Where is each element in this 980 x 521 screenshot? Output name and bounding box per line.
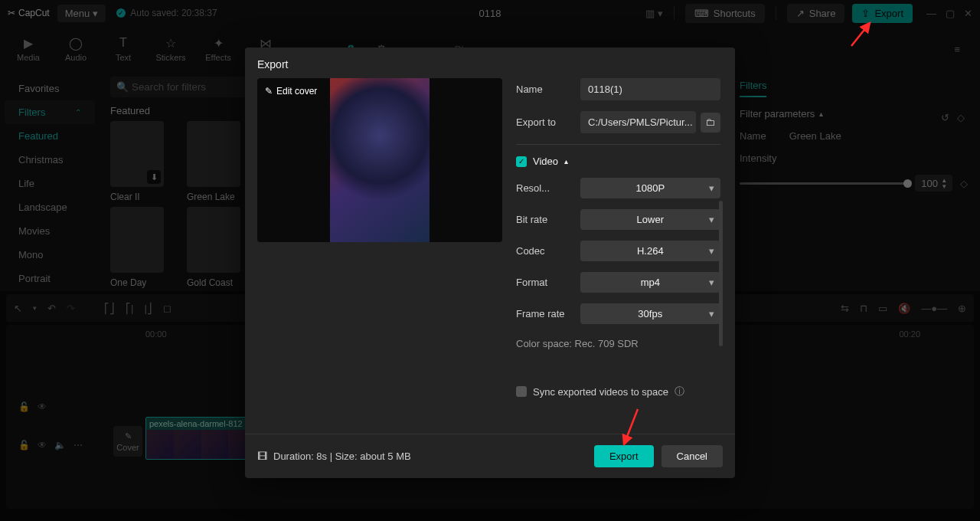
- export-confirm-button[interactable]: Export: [594, 445, 654, 467]
- chevron-down-icon: ▾: [709, 277, 714, 288]
- export-dialog: Export ✎ Edit cover Name 0118(1) Export …: [245, 48, 735, 478]
- chevron-up-icon: ▴: [564, 157, 568, 165]
- exportto-label: Export to: [516, 116, 580, 128]
- exportto-value: C:/Users/PMLS/Pictur...: [588, 116, 693, 128]
- bitrate-label: Bit rate: [516, 214, 580, 225]
- modal-scrollbar[interactable]: [719, 201, 723, 346]
- name-value: 0118(1): [588, 84, 622, 95]
- info-icon[interactable]: ⓘ: [675, 385, 684, 398]
- dialog-title: Export: [245, 48, 735, 78]
- codec-label: Codec: [516, 245, 580, 257]
- framerate-value: 30fps: [638, 308, 662, 319]
- bitrate-select[interactable]: Lower ▾: [580, 209, 720, 230]
- bitrate-value: Lower: [637, 214, 664, 225]
- colorspace-text: Color space: Rec. 709 SDR: [516, 338, 720, 349]
- framerate-label: Frame rate: [516, 308, 580, 319]
- codec-select[interactable]: H.264 ▾: [580, 241, 720, 261]
- cancel-button[interactable]: Cancel: [662, 445, 723, 467]
- chevron-down-icon: ▾: [709, 245, 714, 257]
- checkbox-icon[interactable]: ✓: [516, 156, 527, 167]
- cover-image: [330, 78, 430, 242]
- chevron-down-icon: ▾: [709, 214, 714, 225]
- format-label: Format: [516, 277, 580, 288]
- format-select[interactable]: mp4 ▾: [580, 272, 720, 293]
- chevron-down-icon: ▾: [709, 308, 714, 319]
- framerate-select[interactable]: 30fps ▾: [580, 303, 720, 324]
- chevron-down-icon: ▾: [709, 182, 714, 194]
- resolution-label: Resol...: [516, 182, 580, 194]
- sync-checkbox[interactable]: [516, 386, 527, 397]
- folder-icon[interactable]: 🗀: [701, 113, 720, 133]
- edit-cover-button[interactable]: ✎ Edit cover: [265, 86, 317, 97]
- exportto-input[interactable]: C:/Users/PMLS/Pictur...: [580, 111, 696, 133]
- cover-preview: ✎ Edit cover: [257, 78, 502, 242]
- pencil-icon: ✎: [265, 86, 273, 97]
- format-value: mp4: [641, 277, 660, 288]
- sync-label: Sync exported videos to space: [533, 386, 668, 398]
- edit-cover-label: Edit cover: [276, 86, 317, 97]
- duration-text: Duration: 8s | Size: about 5 MB: [273, 451, 411, 462]
- separator: [516, 144, 720, 145]
- film-icon: 🎞: [257, 451, 267, 462]
- video-section-header[interactable]: ✓ Video ▴: [516, 156, 720, 167]
- name-input[interactable]: 0118(1): [580, 78, 720, 100]
- name-label: Name: [516, 84, 580, 95]
- resolution-select[interactable]: 1080P ▾: [580, 178, 720, 198]
- codec-value: H.264: [637, 245, 664, 257]
- resolution-value: 1080P: [635, 182, 665, 194]
- video-section-label: Video: [533, 156, 558, 167]
